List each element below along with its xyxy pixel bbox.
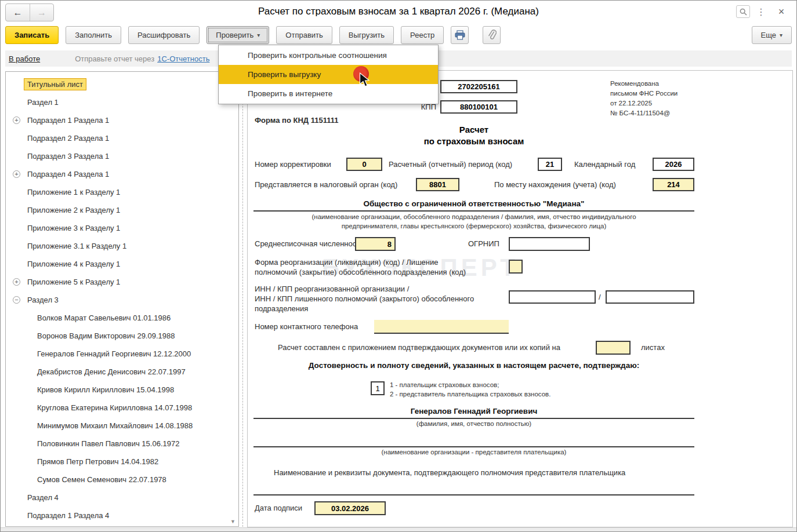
contact-phone-field[interactable] xyxy=(374,320,509,334)
tree-item-label: Раздел 1 xyxy=(24,96,62,108)
tree-item[interactable]: Кривов Кирилл Кириллович 15.04.1998 xyxy=(6,381,238,399)
tree-item[interactable]: Минимумов Михаил Михайлович 14.08.1988 xyxy=(6,417,238,435)
kpp-field[interactable]: 880100101 xyxy=(440,100,517,114)
calendar-year-field[interactable]: 2026 xyxy=(653,158,694,171)
window-header: ← → Расчет по страховым взносам за 1 ква… xyxy=(1,1,796,24)
tree-item[interactable]: Приложение 2 к Разделу 1 xyxy=(6,201,238,219)
more-button-label: Еще xyxy=(761,31,776,39)
upload-button[interactable]: Выгрузить xyxy=(339,26,394,44)
tree-item-label: Минимумов Михаил Михайлович 14.08.1988 xyxy=(34,420,196,432)
tree-item[interactable]: Приложение 3 к Разделу 1 xyxy=(6,219,238,237)
tree-item[interactable]: Круглова Екатерина Кирилловна 14.07.1998 xyxy=(6,399,238,417)
sign-date-label: Дата подписи xyxy=(255,501,302,515)
menu-item[interactable]: Проверить выгрузку xyxy=(219,65,438,84)
1c-reporting-link[interactable]: 1С-Отчетность xyxy=(157,54,209,63)
tree-item[interactable]: + Приложение 5 к Разделу 1 xyxy=(6,273,238,291)
check-dropdown-menu: Проверить контрольные соотношения Провер… xyxy=(218,45,439,104)
expand-icon[interactable]: + xyxy=(13,278,20,286)
tree-item[interactable]: Воронов Вадим Викторович 29.09.1988 xyxy=(6,327,238,345)
tree-item[interactable]: + Подраздел 4 Раздела 1 xyxy=(6,165,238,183)
calendar-year-label: Календарный год xyxy=(574,158,635,171)
rule-bottom xyxy=(253,494,694,495)
tree-item[interactable]: Подраздел 1 Раздела 4 xyxy=(6,507,238,524)
tree-item-label: Приложение 3.1 к Разделу 1 xyxy=(24,240,130,252)
inn-kpp-slash: / xyxy=(599,290,601,304)
tree-item[interactable]: Подраздел 2 Раздела 1 xyxy=(6,129,238,147)
save-button[interactable]: Записать xyxy=(5,26,59,44)
tree-item-label: Декабристов Денис Денисович 22.07.1997 xyxy=(34,366,189,378)
tree-item[interactable]: Подраздел 3 Раздела 1 xyxy=(6,147,238,165)
tree-item[interactable]: Половинкин Павел Павлович 15.06.1972 xyxy=(6,435,238,453)
representative-doc-label: Наименование и реквизиты документа, подт… xyxy=(274,468,625,477)
reorg-kpp-field[interactable] xyxy=(606,290,694,304)
tree-item[interactable]: Прямов Петр Петрович 14.04.1982 xyxy=(6,453,238,471)
tree-item[interactable]: Волков Марат Савельевич 01.01.1986 xyxy=(6,309,238,327)
tree-item-label: Подраздел 4 Раздела 1 xyxy=(24,168,113,180)
attached-sheets-field[interactable] xyxy=(596,341,631,355)
average-count-field[interactable]: 8 xyxy=(355,237,396,251)
tree-item[interactable]: Приложение 1 к Разделу 1 xyxy=(6,183,238,201)
panel-splitter[interactable] xyxy=(242,71,243,527)
organization-name-field[interactable]: Общество с ограниченной ответственностью… xyxy=(253,199,694,208)
check-button-label: Проверить xyxy=(216,31,253,39)
menu-item[interactable]: Проверить в интернете xyxy=(219,84,438,103)
registry-button[interactable]: Реестр xyxy=(401,26,444,44)
tree-item-label: Приложение 5 к Разделу 1 xyxy=(24,276,124,288)
tree-item-label: Приложение 3 к Разделу 1 xyxy=(24,222,124,234)
search-button[interactable] xyxy=(736,5,750,18)
reorg-inn-label-line3: подразделения xyxy=(255,304,308,314)
attached-sheets-label: Расчет составлен с приложением подтвержд… xyxy=(278,341,560,355)
tree-item[interactable]: Декабристов Денис Денисович 22.07.1997 xyxy=(6,363,238,381)
location-code-field[interactable]: 214 xyxy=(653,178,694,191)
tree-item[interactable]: + Подраздел 1 Раздела 1 xyxy=(6,111,238,129)
inn-field[interactable]: 2702205161 xyxy=(440,80,517,93)
check-button[interactable]: Проверить ▾ xyxy=(207,26,269,44)
attach-button[interactable] xyxy=(483,26,501,44)
expand-icon[interactable]: + xyxy=(13,170,20,178)
reorg-code-field[interactable] xyxy=(509,260,523,274)
tree-item-label: Приложение 1 к Разделу 1 xyxy=(24,186,124,198)
print-button[interactable] xyxy=(451,26,469,44)
rule-under-signer-name xyxy=(253,418,694,419)
confirmation-title: Достоверность и полноту сведений, указан… xyxy=(253,361,694,370)
tree-item[interactable]: Приложение 4 к Разделу 1 xyxy=(6,255,238,273)
tree-item-label: Титульный лист xyxy=(24,78,86,90)
correction-number-field[interactable]: 0 xyxy=(346,158,382,171)
reorg-inn-field[interactable] xyxy=(509,290,596,304)
sign-date-field[interactable]: 03.02.2026 xyxy=(314,501,386,515)
report-status-link[interactable]: В работе xyxy=(9,54,40,63)
tree-item-label: Кривов Кирилл Кириллович 15.04.1998 xyxy=(34,384,177,396)
tax-organ-field[interactable]: 8801 xyxy=(416,178,459,191)
signer-name-field[interactable]: Генералов Геннадий Георгиевич xyxy=(253,407,694,416)
menu-item[interactable]: Проверить контрольные соотношения xyxy=(219,46,438,65)
tree-item[interactable]: Сумов Семен Семенович 22.07.1978 xyxy=(6,471,238,489)
org-name-hint-line2: предпринимателя, главы крестьянского (фе… xyxy=(253,223,694,229)
tree-item-label: Подраздел 1 Раздела 4 xyxy=(24,509,113,522)
send-button[interactable]: Отправить xyxy=(276,26,332,44)
knd-form-label: Форма по КНД 1151111 xyxy=(255,116,338,125)
tree-item[interactable]: Приложение 3.1 к Разделу 1 xyxy=(6,237,238,255)
page-title: Расчет по страховым взносам за 1 квартал… xyxy=(1,6,796,17)
representative-org-hint: (наименование организации - представител… xyxy=(253,449,694,456)
ogrnip-field[interactable] xyxy=(509,237,590,251)
expand-icon[interactable]: + xyxy=(13,116,20,124)
tree-item-label: Прямов Петр Петрович 14.04.1982 xyxy=(34,456,162,468)
tree-item[interactable]: − Раздел 3 xyxy=(6,291,238,309)
tree-item[interactable]: Раздел 1 xyxy=(6,93,238,111)
more-button[interactable]: Еще ▾ xyxy=(752,26,792,44)
tree-item[interactable]: Генералов Геннадий Георгиевич 12.12.2000 xyxy=(6,345,238,363)
close-button[interactable]: × xyxy=(776,5,787,18)
sheets-word-label: листах xyxy=(641,341,665,355)
signer-type-field[interactable]: 1 xyxy=(371,381,385,395)
fill-button[interactable]: Заполнить xyxy=(66,26,121,44)
window-menu-button[interactable]: ⋮ xyxy=(756,5,766,18)
tree-item-label: Воронов Вадим Викторович 29.09.1988 xyxy=(34,330,178,342)
tree-item[interactable]: Титульный лист xyxy=(6,75,238,93)
org-name-hint-line1: (наименование организации, обособленного… xyxy=(253,213,694,220)
expand-icon[interactable]: − xyxy=(13,296,20,304)
decrypt-button[interactable]: Расшифровать xyxy=(128,26,200,44)
period-code-field[interactable]: 21 xyxy=(538,158,562,171)
period-code-label: Расчетный (отчетный) период (код) xyxy=(389,158,512,171)
tree-item[interactable]: Раздел 4 xyxy=(6,489,238,507)
tree-item-label: Раздел 3 xyxy=(24,294,62,306)
